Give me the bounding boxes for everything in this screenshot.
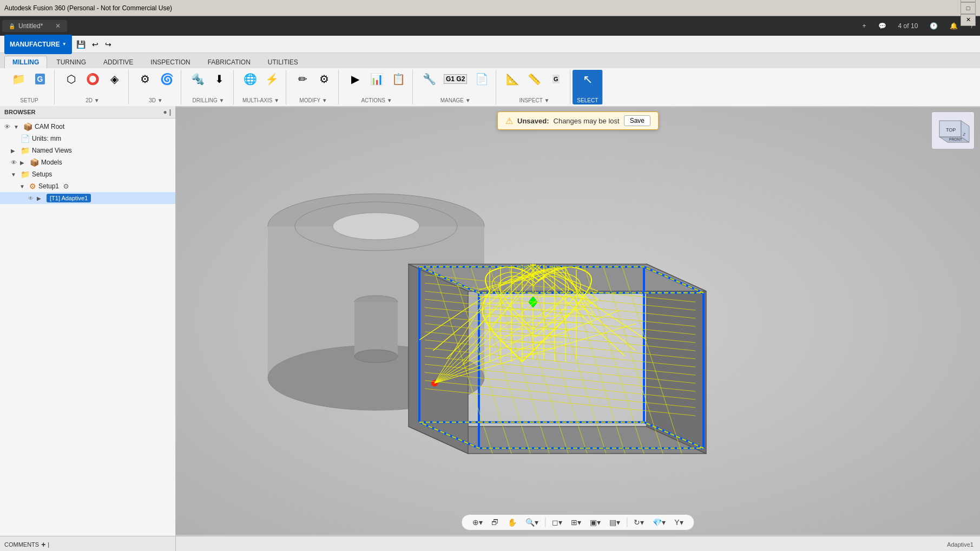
tree-item-units[interactable]: 📄 Units: mm (0, 133, 175, 145)
tab-utilities[interactable]: UTILITIES (260, 56, 306, 68)
manufacture-dropdown-arrow: ▼ (62, 42, 67, 47)
2d-dropdown[interactable]: ▼ (94, 97, 100, 103)
tree-item-named-views[interactable]: ▶ 📁 Named Views (0, 145, 175, 156)
2d-btn3[interactable]: ◈ (104, 71, 124, 87)
inspect-btn3[interactable]: G (546, 73, 565, 85)
maximize-button[interactable]: □ (961, 2, 976, 14)
help-button[interactable]: ? (965, 20, 978, 32)
3d-icon1: ⚙ (140, 73, 150, 86)
manage-dropdown[interactable]: ▼ (465, 97, 471, 103)
label-models: Models (41, 159, 62, 166)
expander-setup1[interactable]: ▼ (19, 183, 27, 189)
ribbon-group-manage: 🔧 G1 G2 📄 MANAGE ▼ (415, 70, 496, 104)
tab-turning[interactable]: TURNING (48, 56, 94, 68)
drilling-btn2[interactable]: ⬇ (209, 71, 229, 87)
browser-collapse-button[interactable]: ● (163, 108, 167, 116)
expander-setups[interactable]: ▼ (11, 172, 18, 178)
setup-items: 📁 G (9, 71, 50, 87)
viewport[interactable]: ⚠ Unsaved: Changes may be lost Save TOP … (176, 106, 980, 536)
inspect-btn1[interactable]: 📐 (503, 71, 522, 87)
browser-title: BROWSER (4, 109, 35, 115)
qa-save-button[interactable]: 💾 (74, 39, 88, 50)
inspect-icon2: 📏 (528, 73, 541, 86)
browser-header: BROWSER ● | (0, 106, 175, 119)
modify-dropdown[interactable]: ▼ (322, 97, 327, 103)
svg-text:FRONT: FRONT (949, 137, 963, 141)
title-bar-text: Autodesk Fusion 360 (Personal - Not for … (4, 4, 172, 12)
tree-item-setup1[interactable]: ▼ ⚙ Setup1 ⊙ (0, 180, 175, 192)
multiaxis-btn1[interactable]: 🌐 (240, 71, 260, 87)
nav-fit-button[interactable]: 🗗 (489, 517, 501, 528)
actions-btn2[interactable]: 📊 (367, 71, 386, 87)
select-btn[interactable]: ↖ (578, 71, 597, 88)
3d-dropdown[interactable]: ▼ (157, 97, 163, 103)
section-button[interactable]: ▤▾ (607, 517, 622, 528)
multiaxis-btn2[interactable]: ⚡ (262, 71, 281, 87)
tab-additive[interactable]: ADDITIVE (95, 56, 141, 68)
save-button[interactable]: Save (624, 115, 650, 126)
browser-resize-button[interactable]: | (169, 108, 171, 116)
drilling-btn1[interactable]: 🔩 (188, 71, 207, 87)
close-tab-icon[interactable]: ✕ (55, 22, 61, 30)
ribbon-group-setup: 📁 G SETUP (4, 70, 55, 104)
display-mode-button[interactable]: ◻▾ (550, 517, 564, 528)
drilling-icon2: ⬇ (215, 73, 224, 86)
document-tab[interactable]: 🔒 Untitled* ✕ (2, 20, 67, 32)
3d-btn2[interactable]: 🌀 (157, 71, 176, 87)
actions-btn1[interactable]: ▶ (345, 71, 365, 87)
tree-item-cam-root[interactable]: 👁 ▼ 📦 CAM Root (0, 121, 175, 133)
setup-g-button[interactable]: G (30, 72, 50, 86)
icon-models: 📦 (30, 158, 39, 167)
current-operation-label: Adaptive1 (947, 541, 974, 548)
multiaxis-dropdown[interactable]: ▼ (274, 97, 279, 103)
status-right: Adaptive1 (940, 541, 980, 548)
expander-cam-root[interactable]: ▼ (14, 124, 21, 130)
filter-button[interactable]: Y▾ (672, 517, 685, 528)
inspect-dropdown[interactable]: ▼ (544, 97, 549, 103)
tree-item-setups[interactable]: ▼ 📁 Setups (0, 168, 175, 180)
tree-item-models[interactable]: 👁 ▶ 📦 Models (0, 156, 175, 168)
2d-btn1[interactable]: ⬡ (61, 71, 81, 87)
2d-btn2[interactable]: ⭕ (83, 71, 102, 87)
setup-button[interactable]: 📁 (9, 71, 28, 87)
inspect-btn2[interactable]: 📏 (524, 71, 544, 87)
tab-milling[interactable]: MILLING (4, 56, 47, 68)
2d-group-label: 2D ▼ (85, 97, 99, 103)
manage-btn2[interactable]: G1 G2 (441, 73, 470, 86)
modify-btn2[interactable]: ⚙ (314, 71, 334, 87)
qa-undo-button[interactable]: ↩ (90, 39, 101, 50)
qa-redo-button[interactable]: ↪ (103, 39, 114, 50)
expand-comments-button[interactable]: | (48, 541, 49, 548)
clock-button[interactable]: 🕐 (925, 20, 942, 32)
bell-button[interactable]: 🔔 (945, 20, 962, 32)
drilling-dropdown[interactable]: ▼ (219, 97, 225, 103)
expander-named-views[interactable]: ▶ (11, 148, 18, 154)
3d-btn1[interactable]: ⚙ (135, 71, 155, 87)
chat-button[interactable]: 💬 (874, 20, 891, 32)
new-tab-button[interactable]: + (858, 20, 871, 32)
snap-button[interactable]: ▣▾ (588, 517, 603, 528)
actions-btn3[interactable]: 📋 (389, 71, 408, 87)
manufacture-label: MANUFACTURE (10, 41, 60, 48)
browser-content: 👁 ▼ 📦 CAM Root 📄 Units: mm ▶ 📁 Named Vie… (0, 119, 175, 536)
tab-fabrication[interactable]: FABRICATION (200, 56, 259, 68)
add-comment-button[interactable]: + (41, 540, 45, 549)
3d-items: ⚙ 🌀 (135, 71, 176, 87)
expander-models[interactable]: ▶ (20, 160, 28, 166)
orbit-button[interactable]: ↻▾ (632, 517, 646, 528)
manage-btn3[interactable]: 📄 (472, 71, 491, 87)
manage-btn1[interactable]: 🔧 (419, 71, 439, 87)
nav-zoom-button[interactable]: 🔍▾ (523, 517, 541, 528)
manufacture-button[interactable]: MANUFACTURE ▼ (4, 35, 72, 54)
2d-icon2: ⭕ (86, 73, 100, 86)
expander-adaptive1[interactable]: ▶ (37, 195, 44, 201)
tree-item-adaptive1[interactable]: 👁 ▶ [T1] Adaptive1 (0, 192, 175, 204)
actions-dropdown[interactable]: ▼ (387, 97, 392, 103)
nav-pan-button[interactable]: ✋ (505, 517, 519, 528)
grid-button[interactable]: ⊞▾ (569, 517, 583, 528)
nav-select-button[interactable]: ⊕▾ (470, 517, 485, 528)
tab-inspection[interactable]: INSPECTION (142, 56, 198, 68)
appearance-button[interactable]: 💎▾ (650, 517, 668, 528)
viewcube[interactable]: TOP Z FRONT (931, 111, 975, 149)
modify-btn1[interactable]: ✏ (293, 71, 312, 87)
